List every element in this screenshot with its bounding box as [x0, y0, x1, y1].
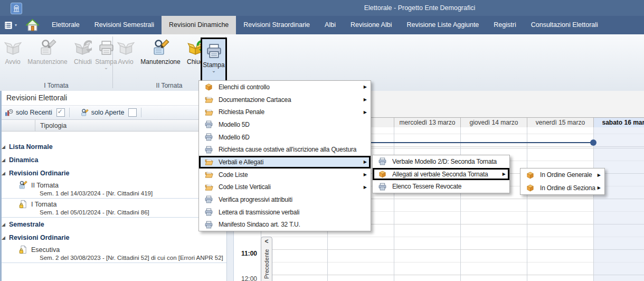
grid-column-header[interactable]: Tipologia [2, 120, 226, 132]
tree-node[interactable]: Esecutiva Sem. 2 del 30/08/2023 - [Nr. C… [2, 244, 226, 263]
list-menu-icon[interactable]: ▾ [0, 16, 20, 34]
printer-icon [204, 120, 213, 129]
menu-item[interactable]: Richiesta Penale ▶ [199, 106, 371, 118]
day-header-cell[interactable]: mercoledì 13 marzo [394, 118, 460, 127]
tab-label: Revisione Albi [351, 21, 392, 29]
tree-node[interactable]: ◢ Lista Normale [2, 140, 226, 153]
menu-item[interactable]: Code Liste ▶ [199, 168, 371, 181]
tab-label: Revisioni Straordinarie [243, 21, 310, 29]
menu-item[interactable]: Allegati al verbale Seconda Tornata ▶ [373, 168, 509, 181]
tree-item-subtitle: Sem. 2 del 30/08/2023 - [Nr. Cittadini 5… [18, 255, 226, 261]
open-folder-icon [204, 183, 213, 192]
expand-arrow-icon[interactable]: ◢ [2, 144, 5, 149]
filter-item[interactable]: solo Recenti [2, 108, 77, 117]
tree-node[interactable]: ◢ Dinamica [2, 153, 226, 166]
ribbon-button[interactable]: Manutenzione [136, 37, 185, 80]
printer-icon [204, 220, 213, 229]
day-header-label: giovedì 14 marzo [469, 119, 518, 126]
tree-item-row[interactable]: II Tornata Sem. 1 del 14/03/2024 - [Nr. … [2, 180, 226, 199]
ribbon-tab[interactable]: Revisioni Dinamiche [162, 16, 236, 34]
day-column[interactable] [460, 127, 527, 281]
tree-group-row[interactable]: ◢ Semestrale [2, 218, 226, 231]
close-box-icon [74, 39, 92, 57]
tree-group-row[interactable]: ◢ Revisioni Ordinarie [2, 166, 226, 180]
menu-item[interactable]: In Ordine di Sezionale ▶ [520, 182, 604, 195]
ribbon-tab[interactable]: Revisione Albi [343, 16, 400, 34]
submenu-arrow-icon: ▶ [364, 185, 367, 190]
expand-arrow-icon[interactable]: ◢ [2, 157, 5, 163]
ribbon-tab[interactable]: Revisioni Straordinarie [236, 16, 317, 34]
tree-node[interactable]: ◢ Revisioni Ordinarie [2, 231, 226, 244]
ribbon-button-label: Manutenzione [140, 58, 180, 65]
ribbon-tab[interactable]: Revisione Liste Aggiunte [399, 16, 486, 34]
day-header-cell[interactable]: sabato 16 marzo [593, 118, 644, 127]
tree-node[interactable]: II Tornata Sem. 1 del 14/03/2024 - [Nr. … [2, 180, 226, 199]
expand-arrow-icon[interactable]: ◢ [2, 171, 5, 176]
ribbon-tab[interactable]: Albi [317, 16, 343, 34]
day-header-label: mercoledì 13 marzo [399, 119, 455, 126]
separator [69, 108, 70, 117]
tree-group-row[interactable]: ◢ Dinamica [2, 153, 226, 166]
submenu-arrow-icon: ▶ [364, 160, 367, 164]
menu-item[interactable]: Lettera di trasmissione verbali [199, 206, 371, 219]
tree-group-row[interactable]: ◢ Revisioni Ordinarie [2, 231, 226, 244]
day-header-cell[interactable]: giovedì 14 marzo [460, 118, 527, 127]
ribbon-button[interactable]: Stampa ⌄ [201, 38, 227, 84]
printer-icon [205, 42, 223, 60]
tree-group-row[interactable]: ◢ Lista Normale [2, 140, 226, 153]
ribbon-tab[interactable]: Elettorale [44, 16, 87, 34]
ribbon-tab[interactable]: Consultazioni Elettorali [524, 16, 605, 34]
day-header-label: venerdì 15 marzo [536, 119, 585, 126]
previous-appointment-tab[interactable]: < Precedente [261, 237, 272, 281]
ribbon-button[interactable]: Manutenzione [23, 37, 72, 80]
ribbon-button-label: Manutenzione [27, 58, 67, 65]
expand-arrow-icon[interactable]: ◢ [2, 235, 5, 240]
menu-item[interactable]: Manifesto Sindaco art. 32 T.U. [199, 218, 371, 231]
tipologia-column-header[interactable]: Tipologia [35, 122, 67, 129]
checkbox[interactable] [56, 108, 65, 117]
menu-item[interactable]: Modello 5D [199, 118, 371, 131]
tree-node[interactable]: I Tornata Sem. 1 del 05/01/2024 - [Nr. C… [2, 199, 226, 218]
submenu-arrow-icon: ▶ [364, 85, 367, 89]
ribbon-button[interactable]: Avvio [2, 37, 23, 80]
ribbon-button-label: Avvio [118, 58, 133, 65]
menu-item[interactable]: In Ordine Generale ▶ [520, 168, 604, 182]
menu-item[interactable]: Verifica progressivi attribuiti [199, 193, 371, 206]
main-menu-bar: ▾ Elettorale Revisioni Semestrali Revisi… [0, 16, 644, 34]
menu-item[interactable]: Richiesta cause ostative all'iscrizione … [199, 143, 371, 156]
expand-arrow-icon[interactable]: ◢ [2, 222, 5, 227]
open-folder-icon [204, 108, 213, 117]
tab-label: Albi [325, 21, 336, 29]
day-header-cell[interactable]: venerdì 15 marzo [527, 118, 593, 127]
menu-item[interactable]: Modello 6D [199, 131, 371, 144]
ribbon-button[interactable]: Avvio [115, 37, 136, 80]
day-column[interactable] [394, 127, 460, 281]
home-icon[interactable] [20, 16, 44, 34]
filter-item[interactable]: solo Aperte [77, 108, 149, 117]
tab-label: Revisioni Dinamiche [169, 21, 229, 29]
search-edit-icon [80, 108, 89, 117]
ribbon-group-i-tornata: Avvio Manutenzione Chiudi Stampa ⌄ I Tor… [0, 34, 112, 91]
dropdown-caret-icon: ▾ [15, 23, 17, 27]
day-column[interactable] [527, 127, 593, 281]
menu-item[interactable]: Code Liste Verticali ▶ [199, 181, 371, 193]
menu-item-label: Modello 5D [219, 121, 365, 128]
menu-item[interactable]: Elenco Tessere Revocate [373, 180, 509, 193]
checkbox[interactable] [128, 108, 137, 117]
day-column[interactable] [593, 127, 644, 281]
menu-item[interactable]: Verbali e Allegati ▶ [199, 156, 371, 168]
menu-item[interactable]: Elenchi di controllo ▶ [199, 81, 371, 93]
verbali-e-allegati-submenu: Verbale Modello 2/D: Seconda Tornata All… [372, 155, 510, 193]
tree-item-row[interactable]: Esecutiva Sem. 2 del 30/08/2023 - [Nr. C… [2, 244, 226, 263]
ribbon-button[interactable]: Chiudi [72, 37, 94, 80]
tree-node[interactable]: ◢ Revisioni Ordinarie [2, 166, 226, 180]
ribbon-tab[interactable]: Revisioni Semestrali [87, 16, 162, 34]
svg-text:Precedente: Precedente [263, 249, 270, 279]
printer-icon [98, 39, 115, 57]
menu-item[interactable]: Verbale Modello 2/D: Seconda Tornata [373, 155, 509, 168]
tree-item-row[interactable]: I Tornata Sem. 1 del 05/01/2024 - [Nr. C… [2, 199, 226, 218]
tree-node[interactable]: ◢ Semestrale [2, 218, 226, 231]
menu-item-label: Verbale Modello 2/D: Seconda Tornata [392, 158, 504, 165]
ribbon-tab[interactable]: Registri [486, 16, 523, 34]
menu-item[interactable]: Documentazione Cartacea ▶ [199, 93, 371, 106]
